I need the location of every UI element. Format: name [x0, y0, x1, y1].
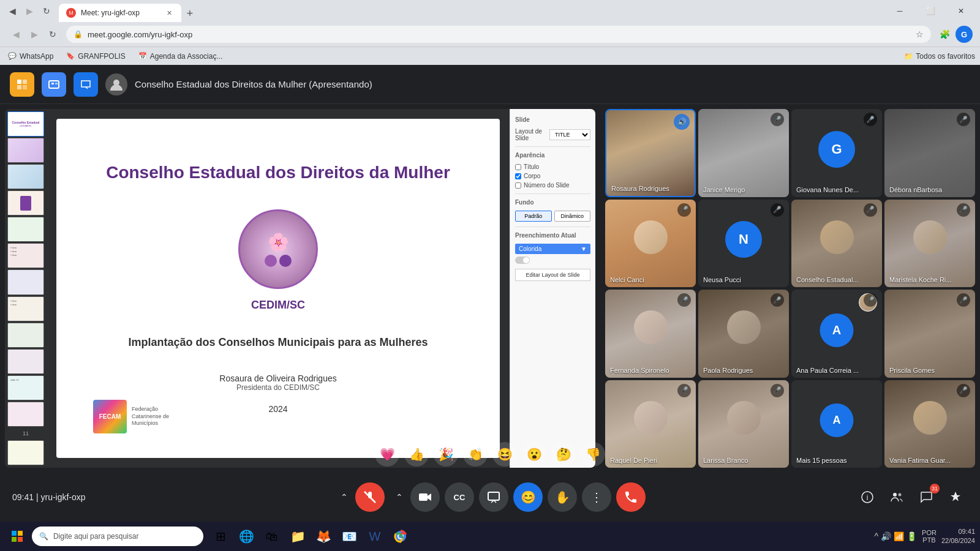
taskbar-files[interactable]: 📁 — [285, 524, 310, 549]
active-tab[interactable]: M Meet: yru-igkf-oxp ✕ — [59, 4, 181, 22]
participant-tile-debora[interactable]: 🎤 Débora nBarbosa — [884, 109, 975, 197]
participant-tile-nelci[interactable]: 🎤 Nelci Canci — [605, 200, 696, 288]
slide-thumb-8[interactable]: • item• item — [7, 296, 44, 321]
panel-toggle[interactable] — [515, 257, 530, 264]
slide-thumb-10[interactable] — [7, 349, 44, 374]
panel-fill-dropdown[interactable]: Colorida ▼ — [515, 244, 590, 254]
emoji-picker-btn[interactable]: 😊 — [513, 482, 543, 512]
all-bookmarks-btn[interactable]: 📁 Todos os favoritos — [904, 52, 975, 61]
mic-chevron-up[interactable]: ⌃ — [334, 487, 354, 507]
participant-tile-giovana[interactable]: G 🎤 Giovana Nunes De... — [791, 109, 882, 197]
slide-thumbnails-sidebar[interactable]: Conselho Estadual CEDIM/SC • item• item•… — [5, 109, 47, 468]
participant-tile-priscila[interactable]: 🎤 Priscila Gomes — [884, 290, 975, 378]
emoji-laugh[interactable]: 😆 — [492, 442, 517, 467]
tray-battery-icon[interactable]: 🔋 — [907, 531, 917, 541]
participant-tile-maristela[interactable]: 🎤 Maristela Koche Ri... — [884, 200, 975, 288]
emoji-thumbsdown[interactable]: 👎 — [581, 442, 605, 467]
panel-cb-title[interactable] — [515, 164, 521, 170]
meet-toolbar-btn-1[interactable] — [10, 72, 34, 97]
end-call-btn[interactable] — [616, 482, 646, 512]
slide-thumb-11[interactable]: slide 11 — [7, 375, 44, 400]
cc-btn[interactable]: CC — [445, 482, 474, 512]
slide-thumb-4[interactable] — [7, 190, 44, 216]
close-btn[interactable]: ✕ — [947, 0, 975, 22]
present-btn[interactable] — [479, 482, 508, 512]
mute-btn[interactable] — [355, 482, 385, 512]
slide-thumb-7[interactable] — [7, 269, 44, 294]
meet-toolbar-btn-2[interactable] — [42, 72, 66, 97]
participant-tile-neusa[interactable]: N 🎤 Neusa Pucci — [698, 200, 789, 288]
meet-toolbar-btn-3[interactable] — [74, 72, 98, 97]
participant-tile-mais15[interactable]: A Mais 15 pessoas — [791, 380, 882, 468]
participant-tile-paola[interactable]: 🎤 Paola Rodrigues — [698, 290, 789, 378]
activities-btn[interactable] — [943, 485, 968, 509]
emoji-clap[interactable]: 👏 — [463, 442, 488, 467]
taskbar-store[interactable]: 🛍 — [260, 524, 284, 549]
slide-thumb-6[interactable]: • item• item• item — [7, 243, 44, 268]
bookmark-agenda[interactable]: 📅 Agenda da Associaç... — [135, 50, 225, 62]
slide-thumb-5[interactable] — [7, 217, 44, 242]
slide-thumb-12[interactable] — [7, 402, 44, 427]
tray-speaker-icon[interactable]: 🔊 — [881, 531, 891, 541]
taskbar-chrome[interactable] — [388, 524, 413, 549]
maximize-btn[interactable]: ⬜ — [916, 0, 944, 22]
tray-arrow-icon[interactable]: ^ — [875, 531, 879, 541]
panel-bg-dinamico-btn[interactable]: Dinâmico — [554, 211, 591, 222]
camera-btn[interactable] — [410, 482, 440, 512]
emoji-thinking[interactable]: 🤔 — [551, 442, 576, 467]
taskbar-firefox[interactable]: 🦊 — [311, 524, 336, 549]
participant-tile-conselho[interactable]: 🎤 Conselho Estadual... — [791, 200, 882, 288]
svg-rect-2 — [17, 85, 21, 89]
bookmark-whatsapp[interactable]: 💬 WhatsApp — [5, 50, 56, 62]
start-btn[interactable] — [5, 524, 29, 549]
participant-tile-janice[interactable]: 🎤 Janice Merigo — [698, 109, 789, 197]
tray-network-icon[interactable]: 📶 — [894, 531, 904, 541]
more-options-btn[interactable]: ⋮ — [582, 482, 611, 512]
chrome-forward-btn[interactable]: ▶ — [22, 4, 37, 18]
participant-tile-vania[interactable]: 🎤 Vania Fatima Guar... — [884, 380, 975, 468]
panel-layout-dropdown[interactable]: TITLE — [549, 129, 590, 140]
slide-thumb-2[interactable] — [7, 138, 44, 163]
address-input-wrap[interactable]: 🔒 meet.google.com/yru-igkf-oxp ☆ — [66, 26, 931, 43]
participant-tile-larissa[interactable]: 🎤 Larissa Branco — [698, 380, 789, 468]
emoji-surprised[interactable]: 😮 — [522, 442, 546, 467]
info-btn[interactable]: i — [855, 485, 880, 509]
bookmark-granfpolis[interactable]: 🔖 GRANFPOLIS — [63, 50, 127, 62]
chat-btn[interactable]: 31 — [914, 485, 938, 509]
slide-thumb-1[interactable]: Conselho Estadual CEDIM/SC — [7, 111, 44, 137]
emoji-heart[interactable]: 💗 — [375, 442, 399, 467]
taskbar-outlook[interactable]: 📧 — [337, 524, 361, 549]
extensions-btn[interactable]: 🧩 — [936, 26, 953, 43]
panel-cb-body[interactable] — [515, 173, 521, 179]
emoji-thumbsup[interactable]: 👍 — [404, 442, 429, 467]
system-clock[interactable]: 09:41 22/08/2024 — [941, 527, 975, 546]
slide-thumb-9[interactable] — [7, 323, 44, 348]
forward-btn[interactable]: ▶ — [26, 26, 43, 43]
reload-btn[interactable]: ↻ — [44, 26, 61, 43]
taskbar-task-view[interactable]: ⊞ — [208, 524, 233, 549]
back-btn[interactable]: ◀ — [7, 26, 24, 43]
panel-edit-layout-btn[interactable]: Editar Layout de Slide — [515, 269, 590, 281]
taskbar-edge[interactable]: 🌐 — [234, 524, 258, 549]
participant-tile-raquel[interactable]: 🎤 Raquel De Pieri — [605, 380, 696, 468]
panel-bg-padrao-btn[interactable]: Padrão — [515, 211, 552, 222]
taskbar-search-box[interactable]: 🔍 Digite aqui para pesquisar — [32, 527, 203, 546]
taskbar-word[interactable]: W — [363, 524, 387, 549]
slide-thumb-3[interactable] — [7, 164, 44, 189]
participant-tile-rosaura[interactable]: 🔊 Rosaura Rodrigues — [605, 109, 696, 197]
chrome-reload-btn[interactable]: ↻ — [39, 4, 54, 18]
participant-tile-fernanda[interactable]: 🎤 Fernanda Spironelo — [605, 290, 696, 378]
profile-avatar[interactable]: G — [956, 26, 973, 43]
tab-close-btn[interactable]: ✕ — [164, 8, 174, 18]
panel-cb-number[interactable] — [515, 182, 521, 189]
bookmark-star-icon[interactable]: ☆ — [916, 29, 924, 39]
new-tab-btn[interactable]: + — [181, 5, 198, 22]
raise-hand-btn[interactable]: ✋ — [548, 482, 577, 512]
participant-tile-anapaula[interactable]: A 🎤 Ana Paula Correia ... — [791, 290, 882, 378]
people-btn[interactable] — [884, 485, 909, 509]
slide-thumb-last[interactable] — [7, 440, 44, 465]
emoji-party[interactable]: 🎉 — [434, 442, 458, 467]
minimize-btn[interactable]: ─ — [886, 0, 914, 22]
chrome-back-btn[interactable]: ◀ — [5, 4, 20, 18]
camera-chevron-up[interactable]: ⌃ — [390, 487, 409, 507]
